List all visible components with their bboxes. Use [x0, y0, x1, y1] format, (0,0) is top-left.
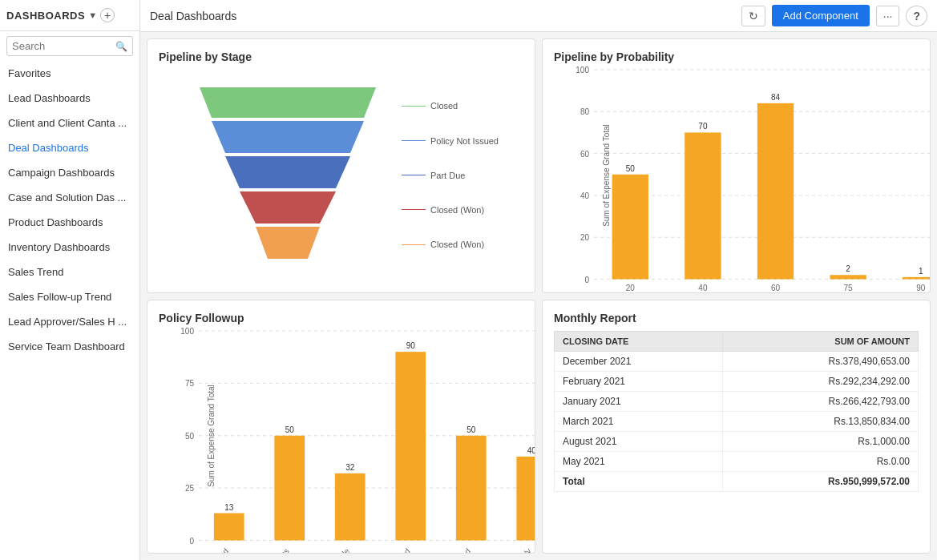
svg-text:90: 90 [406, 341, 416, 350]
sidebar-item-lead-dashboards[interactable]: Lead Dashboards [0, 86, 139, 111]
svg-rect-29 [903, 277, 931, 280]
svg-text:60: 60 [580, 150, 590, 159]
funnel-label-closed: Closed [402, 101, 499, 111]
amount-cell: Rs.292,234,292.00 [723, 371, 919, 391]
total-label: Total [555, 471, 723, 491]
prob-y-axis-label: Sum of Expense Grand Total [602, 124, 611, 227]
date-cell: March 2021 [555, 411, 723, 431]
table-row: December 2021Rs.378,490,653.00 [555, 351, 919, 371]
svg-text:80: 80 [580, 107, 590, 116]
search-icon: 🔍 [115, 41, 127, 52]
funnel-chart: Closed Policy Not Issued Part Due Closed… [159, 70, 523, 281]
funnel-label-part-due: Part Due [402, 171, 499, 180]
svg-text:100: 100 [576, 66, 589, 75]
add-component-button[interactable]: Add Component [772, 5, 870, 26]
amount-cell: Rs.13,850,834.00 [723, 411, 919, 431]
svg-text:Not Started: Not Started [377, 546, 412, 554]
table-row: August 2021Rs.1,000.00 [555, 431, 919, 451]
date-cell: January 2021 [555, 391, 723, 411]
total-row: TotalRs.950,999,572.00 [555, 471, 919, 491]
svg-text:75: 75 [185, 379, 195, 388]
monthly-report-table: CLOSING DATE SUM OF AMOUNT December 2021… [554, 331, 919, 492]
pipeline-probability-card: Pipeline by Probability Sum of Expense G… [542, 38, 931, 293]
table-row: February 2021Rs.292,234,292.00 [555, 371, 919, 391]
funnel-shape [184, 87, 392, 264]
date-cell: February 2021 [555, 371, 723, 391]
col-date-header: CLOSING DATE [555, 331, 723, 351]
sidebar-item-deal-dashboards[interactable]: Deal Dashboards [0, 135, 139, 160]
amount-cell: Rs.1,000.00 [723, 431, 919, 451]
svg-rect-20 [685, 132, 721, 279]
more-options-button[interactable]: ··· [876, 6, 900, 26]
svg-marker-1 [212, 121, 364, 153]
date-cell: May 2021 [555, 451, 723, 471]
prob-chart-svg: 020406080100502070408460275190 [594, 70, 919, 265]
sidebar-item-favorites[interactable]: Favorites [0, 61, 139, 86]
funnel-label-policy-not-issued: Policy Not Issued [402, 136, 499, 146]
svg-marker-2 [225, 156, 350, 188]
sidebar-item-product-dashboards[interactable]: Product Dashboards [0, 210, 139, 235]
svg-text:2: 2 [846, 264, 850, 273]
svg-rect-17 [612, 175, 648, 280]
funnel-label-closed-won-2: Closed (Won) [402, 240, 499, 249]
monthly-report-table-wrapper: CLOSING DATE SUM OF AMOUNT December 2021… [554, 331, 919, 542]
search-input[interactable] [12, 40, 115, 52]
sidebar-item-case-solution[interactable]: Case and Solution Das ... [0, 185, 139, 210]
svg-text:75: 75 [844, 284, 854, 292]
sidebar-item-sales-followup[interactable]: Sales Follow-up Trend [0, 284, 139, 309]
sidebar-item-lead-approver[interactable]: Lead Approver/Sales H ... [0, 309, 139, 334]
sidebar-item-client-client-canta[interactable]: Client and Client Canta ... [0, 111, 139, 135]
svg-text:In Progress: In Progress [256, 546, 291, 554]
sidebar-items: FavoritesLead DashboardsClient and Clien… [0, 61, 139, 359]
svg-rect-26 [830, 275, 866, 279]
help-button[interactable]: ? [906, 6, 927, 26]
sidebar-header-icons: ▼ + [88, 8, 115, 22]
refresh-button[interactable]: ↻ [741, 6, 765, 26]
topbar-right: ↻ Add Component ··· ? [741, 5, 927, 26]
svg-text:50: 50 [466, 425, 476, 433]
svg-text:50: 50 [285, 425, 295, 433]
sidebar-item-campaign-dashboards[interactable]: Campaign Dashboards [0, 160, 139, 185]
table-row: January 2021Rs.266,422,793.00 [555, 391, 919, 411]
dashboards-title: DASHBOARDS [6, 10, 85, 22]
svg-marker-3 [240, 191, 336, 224]
svg-rect-48 [335, 473, 366, 540]
page-title: Deal Dashboards [150, 10, 236, 22]
svg-text:40: 40 [698, 284, 708, 292]
sidebar-item-service-team[interactable]: Service Team Dashboard [0, 334, 139, 359]
search-box[interactable]: 🔍 [6, 36, 133, 56]
funnel-label-closed-won-1: Closed (Won) [402, 205, 499, 215]
monthly-report-card: Monthly Report CLOSING DATE SUM OF AMOUN… [542, 300, 931, 554]
svg-text:0: 0 [584, 276, 589, 284]
pipeline-stage-title: Pipeline by Stage [159, 50, 523, 63]
svg-rect-54 [456, 435, 487, 540]
pipeline-stage-card: Pipeline by Stage [147, 38, 535, 293]
table-row: May 2021Rs.0.00 [555, 451, 919, 471]
svg-text:20: 20 [580, 233, 590, 242]
svg-text:40: 40 [527, 445, 535, 454]
svg-text:50: 50 [185, 431, 195, 440]
sidebar-item-inventory-dashboards[interactable]: Inventory Dashboards [0, 235, 139, 260]
monthly-report-title: Monthly Report [554, 312, 919, 324]
date-cell: December 2021 [555, 351, 723, 371]
sidebar-item-sales-trend[interactable]: Sales Trend [0, 260, 139, 284]
total-amount: Rs.950,999,572.00 [723, 471, 919, 491]
policy-followup-card: Policy Followup Sum of Expense Grand Tot… [147, 300, 535, 554]
svg-text:32: 32 [345, 462, 355, 471]
svg-text:60: 60 [771, 284, 781, 292]
svg-text:Waiting for Reply: Waiting for Reply [483, 546, 532, 554]
svg-text:84: 84 [771, 93, 781, 102]
table-row: March 2021Rs.13,850,834.00 [555, 411, 919, 431]
amount-cell: Rs.378,490,653.00 [723, 351, 919, 371]
followup-chart-area: Sum of Expense Grand Total 025507510013C… [159, 331, 523, 542]
svg-rect-51 [395, 352, 426, 540]
col-amount-header: SUM OF AMOUNT [723, 331, 919, 351]
dashboard-grid: Pipeline by Stage [140, 32, 937, 560]
policy-followup-title: Policy Followup [159, 312, 523, 324]
svg-rect-45 [274, 435, 305, 540]
dropdown-icon[interactable]: ▼ [88, 10, 97, 20]
svg-text:100: 100 [180, 327, 194, 336]
pipeline-probability-title: Pipeline by Probability [554, 50, 919, 63]
funnel-labels: Closed Policy Not Issued Part Due Closed… [402, 87, 499, 264]
add-dashboard-icon[interactable]: + [100, 8, 115, 22]
